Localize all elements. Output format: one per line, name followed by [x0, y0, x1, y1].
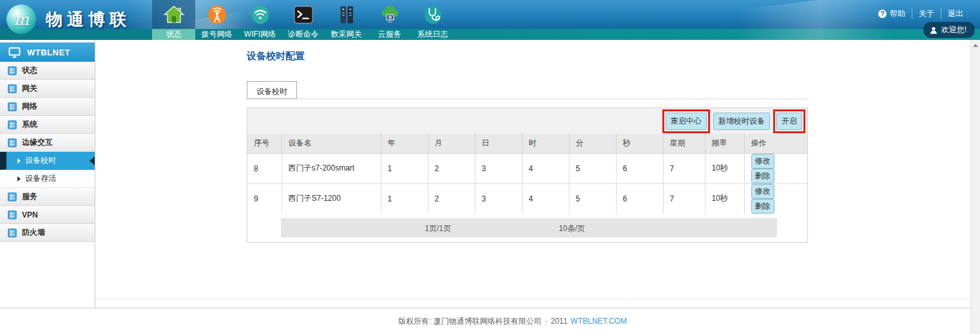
sidebar-item-label: 防火墙 — [22, 227, 45, 238]
col-header: 时 — [522, 134, 569, 153]
sidebar-item-device-alive[interactable]: 设备存活 — [0, 170, 95, 188]
logout-label: 退出 — [948, 8, 963, 19]
sidebar-item-label: 系统 — [22, 119, 37, 130]
header-teal-band — [0, 29, 980, 40]
cell-index: 9 — [247, 183, 282, 214]
col-header: 分 — [569, 134, 616, 153]
header-utility-links: ? 帮助 关于 退出 — [872, 8, 970, 19]
cell-index: 8 — [247, 153, 282, 183]
table-row: 9 西门子S7-1200 1 2 3 4 5 6 7 10秒 修改删除 — [247, 183, 807, 214]
top-nav-label: 云服务 — [368, 29, 411, 40]
sidebar-item-device-timing[interactable]: 设备校时 — [0, 152, 95, 170]
top-nav-dial-network[interactable]: 拨号网络 — [195, 0, 238, 40]
cell-month: 2 — [428, 183, 475, 214]
system-log-icon — [422, 4, 444, 26]
list-icon — [8, 102, 17, 111]
cell-minute: 5 — [569, 153, 616, 183]
sidebar-item-gateway[interactable]: 网关 — [0, 80, 95, 98]
col-header: 星期 — [663, 134, 705, 153]
top-nav-cloud-service[interactable]: 云服务 — [368, 0, 411, 40]
annotation-box-restart: 重启中心 — [662, 109, 710, 133]
pagination-bar[interactable]: 1页/1页 10条/页 — [281, 218, 777, 237]
sidebar-item-label: 状态 — [22, 65, 37, 76]
welcome-badge[interactable]: 欢迎您! — [923, 22, 975, 38]
edit-button[interactable]: 修改 — [751, 184, 774, 199]
wifi-icon — [249, 4, 271, 26]
annotation-box-enable: 开启 — [773, 109, 805, 133]
sidebar-item-status[interactable]: 状态 — [0, 62, 95, 80]
cell-actions: 修改删除 — [744, 153, 807, 183]
sidebar-item-service[interactable]: 服务 — [0, 188, 95, 206]
footer-site-link[interactable]: WTBLNET.COM — [571, 317, 627, 326]
cell-minute: 5 — [569, 183, 616, 214]
col-header: 设备名 — [282, 134, 381, 153]
top-nav-data-gateway[interactable]: 数采网关 — [325, 0, 368, 40]
scroll-up-icon — [973, 44, 978, 47]
list-icon — [8, 210, 17, 219]
device-timing-card: 重启中心 新增校时设备 开启 序号 — [247, 107, 808, 243]
vertical-scrollbar[interactable] — [970, 40, 980, 334]
sidebar-item-system[interactable]: 系统 — [0, 116, 95, 134]
sidebar-title: WTBLNET — [27, 48, 70, 57]
cell-month: 2 — [428, 153, 475, 183]
cell-week: 7 — [663, 183, 705, 214]
sidebar-item-label: 网关 — [22, 83, 37, 94]
table-row: 8 西门子s7-200smart 1 2 3 4 5 6 7 10秒 修改删除 — [247, 153, 807, 183]
toolbar: 重启中心 新增校时设备 开启 — [247, 108, 807, 134]
sidebar-item-firewall[interactable]: 防火墙 — [0, 224, 95, 242]
top-nav-label: 状态 — [152, 29, 195, 40]
sidebar-item-network[interactable]: 网络 — [0, 98, 95, 116]
about-link[interactable]: 关于 — [912, 8, 941, 19]
page-size: 10条/页 — [559, 223, 585, 234]
tab-strip: 设备校时 — [247, 81, 808, 99]
page-title: 设备校时配置 — [247, 50, 980, 62]
col-header: 秒 — [616, 134, 663, 153]
delete-button[interactable]: 删除 — [751, 169, 774, 183]
edit-button[interactable]: 修改 — [751, 154, 774, 169]
sidebar-item-label: 边缘交互 — [22, 137, 53, 148]
col-header: 年 — [381, 134, 428, 153]
logout-link[interactable]: 退出 — [941, 8, 970, 19]
device-timing-table: 序号 设备名 年 月 日 时 分 秒 星期 频率 操作 — [247, 134, 807, 214]
brand-logo: m 物通博联 — [6, 5, 131, 34]
page-count: 1页/1页 — [425, 223, 451, 234]
home-icon — [163, 4, 185, 26]
cell-year: 1 — [381, 153, 428, 183]
tab-device-timing[interactable]: 设备校时 — [247, 81, 297, 99]
list-icon — [8, 66, 17, 75]
top-nav-label: 系统日志 — [411, 29, 454, 40]
top-nav-system-log[interactable]: 系统日志 — [411, 0, 454, 40]
sidebar-item-vpn[interactable]: VPN — [0, 206, 95, 224]
col-header: 序号 — [247, 134, 282, 153]
arrow-right-icon — [17, 158, 21, 163]
help-label: 帮助 — [890, 8, 905, 19]
cell-frequency: 10秒 — [705, 153, 744, 183]
cell-hour: 4 — [522, 153, 569, 183]
sidebar: WTBLNET 状态 网关 网络 系统 边缘交互 设备校时 设备存活 — [0, 40, 95, 308]
list-icon — [8, 138, 17, 147]
restart-center-button[interactable]: 重启中心 — [666, 113, 707, 130]
top-nav-wifi-network[interactable]: WIFI网络 — [238, 0, 282, 40]
cell-device-name: 西门子s7-200smart — [282, 153, 381, 183]
main-content: 设备校时配置 设备校时 重启中心 新增校时设备 开启 — [95, 40, 980, 308]
cell-day: 3 — [475, 183, 522, 214]
col-header: 月 — [428, 134, 475, 153]
list-icon — [8, 228, 17, 237]
list-icon — [8, 84, 17, 93]
brand-sphere-icon: m — [6, 5, 36, 34]
cell-day: 3 — [475, 153, 522, 183]
delete-button[interactable]: 删除 — [751, 199, 774, 214]
data-gateway-icon — [336, 4, 358, 26]
cell-actions: 修改删除 — [744, 183, 807, 214]
dial-network-icon — [206, 4, 228, 26]
copyright-text: 版权所有: 厦门物通博联网络科技有限公司 — [398, 316, 542, 327]
top-nav-status[interactable]: 状态 — [152, 0, 195, 40]
brand-name: 物通博联 — [46, 8, 131, 31]
top-nav-diagnostic-command[interactable]: 诊断命令 — [282, 0, 325, 40]
col-header: 频率 — [705, 134, 744, 153]
sidebar-item-edge-interaction[interactable]: 边缘交互 — [0, 134, 95, 152]
help-link[interactable]: ? 帮助 — [872, 8, 912, 19]
enable-button[interactable]: 开启 — [776, 113, 802, 130]
add-timing-device-button[interactable]: 新增校时设备 — [713, 113, 770, 130]
top-nav-label: 诊断命令 — [282, 29, 325, 40]
